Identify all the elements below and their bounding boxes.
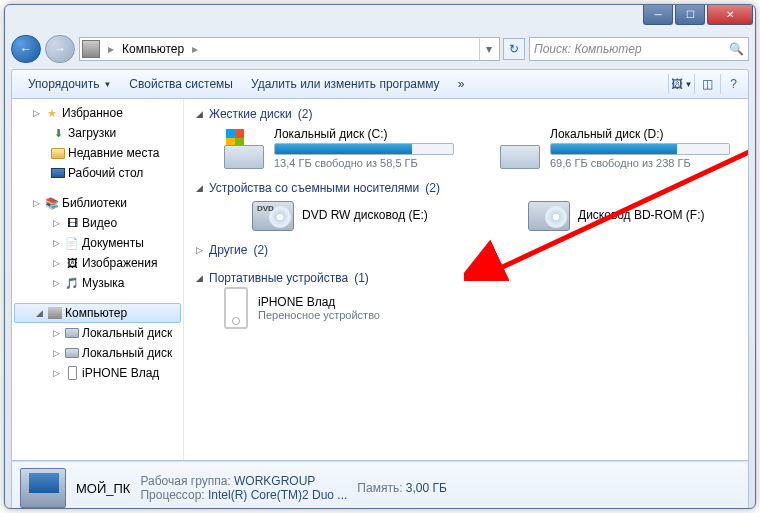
sidebar-iphone[interactable]: ▷iPHONE Влад bbox=[12, 363, 183, 383]
drive-dvd-label: DVD RW дисковод (E:) bbox=[302, 208, 428, 222]
sidebar-drive-d[interactable]: ▷Локальный диск bbox=[12, 343, 183, 363]
sidebar-drive-c[interactable]: ▷Локальный диск bbox=[12, 323, 183, 343]
organize-button[interactable]: Упорядочить▼ bbox=[20, 74, 119, 94]
drive-d-free: 69,6 ГБ свободно из 238 ГБ bbox=[550, 157, 736, 169]
uninstall-button[interactable]: Удалить или изменить программу bbox=[243, 74, 448, 94]
search-placeholder: Поиск: Компьютер bbox=[534, 42, 642, 56]
device-iphone[interactable]: iPHONE Влад Переносное устройство bbox=[224, 287, 736, 329]
content-pane: ◢Жесткие диски (2) Локальный диск (C:) 1… bbox=[184, 99, 748, 460]
details-pane: МОЙ_ПК Рабочая группа: WORKGROUP Процесс… bbox=[11, 461, 749, 509]
iphone-sub: Переносное устройство bbox=[258, 309, 380, 321]
toolbar-more[interactable]: » bbox=[450, 74, 473, 94]
computer-large-icon bbox=[20, 468, 66, 508]
drive-c-free: 13,4 ГБ свободно из 58,5 ГБ bbox=[274, 157, 460, 169]
details-workgroup: WORKGROUP bbox=[234, 474, 315, 488]
dvd-icon bbox=[252, 201, 294, 231]
drive-bd-label: Дисковод BD-ROM (F:) bbox=[578, 208, 705, 222]
sidebar-computer[interactable]: ◢Компьютер bbox=[14, 303, 181, 323]
drive-dvd[interactable]: DVD RW дисковод (E:) bbox=[252, 201, 460, 231]
breadcrumb-computer[interactable]: Компьютер bbox=[122, 42, 184, 56]
help-icon[interactable]: ? bbox=[720, 74, 740, 94]
sidebar-recent[interactable]: Недавние места bbox=[12, 143, 183, 163]
address-bar[interactable]: ▸ Компьютер ▸ ▾ bbox=[79, 37, 500, 61]
drive-bd[interactable]: Дисковод BD-ROM (F:) bbox=[528, 201, 736, 231]
sidebar-libraries[interactable]: ▷📚Библиотеки bbox=[12, 193, 183, 213]
bd-icon bbox=[528, 201, 570, 231]
nav-bar: ← → ▸ Компьютер ▸ ▾ ↻ Поиск: Компьютер 🔍 bbox=[11, 33, 749, 65]
group-removable[interactable]: ◢Устройства со съемными носителями (2) bbox=[196, 179, 736, 197]
sidebar-documents[interactable]: ▷📄Документы bbox=[12, 233, 183, 253]
sidebar-desktop[interactable]: Рабочий стол bbox=[12, 163, 183, 183]
sidebar-videos[interactable]: ▷🎞Видео bbox=[12, 213, 183, 233]
group-other[interactable]: ▷Другие (2) bbox=[196, 241, 736, 259]
toolbar: Упорядочить▼ Свойства системы Удалить ил… bbox=[11, 69, 749, 99]
sidebar-pictures[interactable]: ▷🖼Изображения bbox=[12, 253, 183, 273]
sidebar-downloads[interactable]: ⬇Загрузки bbox=[12, 123, 183, 143]
explorer-window: ─ ☐ ✕ ← → ▸ Компьютер ▸ ▾ ↻ Поиск: Компь… bbox=[4, 4, 756, 509]
system-properties-button[interactable]: Свойства системы bbox=[121, 74, 241, 94]
details-name: МОЙ_ПК bbox=[76, 481, 130, 496]
drive-icon bbox=[500, 127, 542, 169]
drive-c-bar bbox=[274, 143, 454, 155]
sidebar: ▷★Избранное ⬇Загрузки Недавние места Раб… bbox=[12, 99, 184, 460]
close-button[interactable]: ✕ bbox=[707, 5, 753, 25]
back-button[interactable]: ← bbox=[11, 35, 41, 63]
drive-c[interactable]: Локальный диск (C:) 13,4 ГБ свободно из … bbox=[224, 127, 460, 169]
refresh-button[interactable]: ↻ bbox=[503, 38, 525, 60]
drive-d-label: Локальный диск (D:) bbox=[550, 127, 736, 141]
breadcrumb-sep: ▸ bbox=[104, 42, 118, 56]
view-icon[interactable]: 🖼▼ bbox=[668, 74, 688, 94]
address-dropdown[interactable]: ▾ bbox=[479, 38, 497, 60]
drive-icon bbox=[224, 127, 266, 169]
computer-icon bbox=[82, 40, 100, 58]
iphone-label: iPHONE Влад bbox=[258, 295, 380, 309]
drive-d[interactable]: Локальный диск (D:) 69,6 ГБ свободно из … bbox=[500, 127, 736, 169]
iphone-icon bbox=[224, 287, 248, 329]
breadcrumb-sep2: ▸ bbox=[188, 42, 202, 56]
details-cpu: Intel(R) Core(TM)2 Duo ... bbox=[208, 488, 347, 502]
drive-c-label: Локальный диск (C:) bbox=[274, 127, 460, 141]
search-input[interactable]: Поиск: Компьютер 🔍 bbox=[529, 37, 749, 61]
group-hard-drives[interactable]: ◢Жесткие диски (2) bbox=[196, 105, 736, 123]
details-memory: 3,00 ГБ bbox=[406, 481, 447, 495]
maximize-button[interactable]: ☐ bbox=[675, 5, 705, 25]
forward-button[interactable]: → bbox=[45, 35, 75, 63]
titlebar: ─ ☐ ✕ bbox=[5, 5, 755, 33]
drive-d-bar bbox=[550, 143, 730, 155]
search-icon: 🔍 bbox=[729, 42, 744, 56]
preview-pane-icon[interactable]: ◫ bbox=[694, 74, 714, 94]
sidebar-music[interactable]: ▷🎵Музыка bbox=[12, 273, 183, 293]
sidebar-favorites[interactable]: ▷★Избранное bbox=[12, 103, 183, 123]
minimize-button[interactable]: ─ bbox=[643, 5, 673, 25]
group-portable[interactable]: ◢Портативные устройства (1) bbox=[196, 269, 736, 287]
